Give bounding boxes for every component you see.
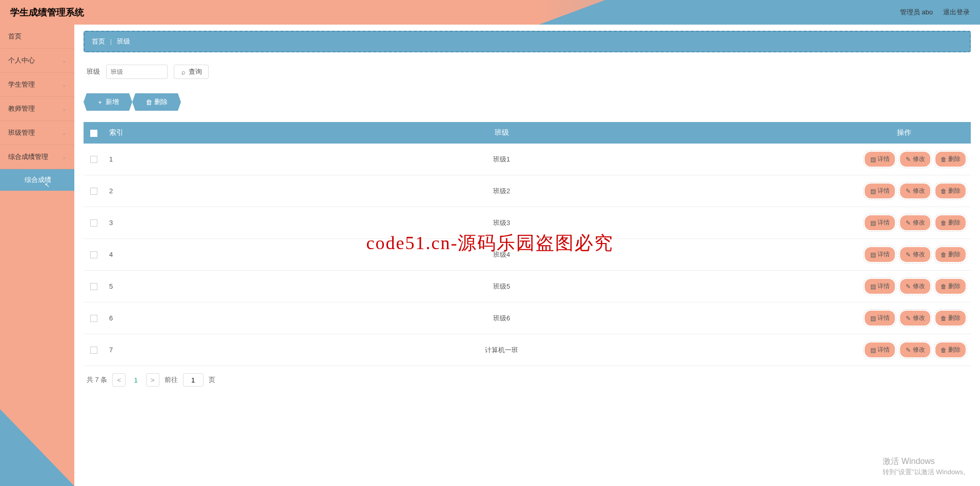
sidebar-item-score[interactable]: 综合成绩管理 ⌄ — [0, 145, 74, 169]
detail-label: 详情 — [877, 187, 890, 195]
next-page-button[interactable]: > — [146, 373, 159, 387]
select-all-checkbox[interactable] — [90, 130, 97, 137]
row-checkbox[interactable] — [90, 219, 97, 227]
breadcrumb-home[interactable]: 首页 — [92, 37, 105, 45]
col-ops: 操作 — [838, 122, 971, 144]
row-checkbox[interactable] — [90, 156, 97, 163]
trash-icon: 🗑 — [941, 219, 947, 227]
document-icon: ▤ — [870, 251, 876, 258]
row-checkbox[interactable] — [90, 188, 97, 195]
document-icon: ▤ — [870, 156, 876, 163]
edit-label: 修改 — [913, 282, 925, 291]
main-content: 首页 | 班级 班级 ⌕ 查询 + 新增 🗑 删除 — [74, 25, 980, 486]
sidebar-item-label: 首页 — [8, 32, 22, 41]
delete-label: 删除 — [948, 314, 961, 322]
sidebar-item-teacher[interactable]: 教师管理 ⌄ — [0, 97, 74, 121]
trash-icon: 🗑 — [941, 315, 947, 322]
edit-button[interactable]: ✎修改 — [900, 152, 930, 167]
sidebar-item-label: 学生管理 — [8, 80, 35, 89]
detail-label: 详情 — [877, 346, 890, 354]
edit-icon: ✎ — [905, 283, 911, 290]
data-table: 索引 班级 操作 1班级1▤详情✎修改🗑删除2班级2▤详情✎修改🗑删除3班级3▤… — [84, 122, 971, 366]
plus-icon: + — [97, 98, 103, 106]
sidebar-item-label: 班级管理 — [8, 128, 35, 137]
detail-button[interactable]: ▤详情 — [865, 247, 895, 262]
row-delete-button[interactable]: 🗑删除 — [935, 152, 966, 167]
delete-label: 删除 — [948, 218, 961, 227]
row-delete-button[interactable]: 🗑删除 — [935, 311, 966, 326]
row-checkbox[interactable] — [90, 347, 97, 354]
row-delete-button[interactable]: 🗑删除 — [935, 342, 966, 357]
app-title: 学生成绩管理系统 — [10, 6, 84, 18]
breadcrumb-separator: | — [110, 37, 112, 45]
detail-button[interactable]: ▤详情 — [865, 311, 895, 326]
table-row: 4班级4▤详情✎修改🗑删除 — [84, 239, 971, 271]
chevron-down-icon: ⌄ — [62, 82, 66, 88]
user-label[interactable]: 管理员 abo — [900, 8, 933, 17]
delete-button[interactable]: 🗑 删除 — [135, 93, 178, 111]
cell-class: 班级3 — [166, 207, 838, 239]
detail-button[interactable]: ▤详情 — [865, 215, 895, 230]
cell-index: 1 — [104, 144, 166, 175]
goto-page-input[interactable] — [183, 373, 203, 387]
search-input[interactable] — [106, 65, 168, 79]
edit-button[interactable]: ✎修改 — [900, 184, 930, 198]
logout-link[interactable]: 退出登录 — [943, 8, 970, 17]
cell-class: 班级4 — [166, 239, 838, 271]
row-checkbox[interactable] — [90, 251, 97, 258]
row-checkbox[interactable] — [90, 283, 97, 290]
sidebar-sub-score[interactable]: 综合成绩 ↖ — [0, 169, 74, 191]
edit-button[interactable]: ✎修改 — [900, 247, 930, 262]
trash-icon: 🗑 — [941, 283, 947, 290]
edit-label: 修改 — [913, 218, 925, 227]
row-delete-button[interactable]: 🗑删除 — [935, 279, 966, 294]
trash-icon: 🗑 — [941, 347, 947, 354]
edit-icon: ✎ — [905, 219, 911, 227]
sidebar-item-profile[interactable]: 个人中心 ⌄ — [0, 49, 74, 73]
edit-button[interactable]: ✎修改 — [900, 215, 930, 230]
edit-button[interactable]: ✎修改 — [900, 279, 930, 294]
search-icon: ⌕ — [180, 68, 187, 76]
detail-button[interactable]: ▤详情 — [865, 279, 895, 294]
row-checkbox[interactable] — [90, 315, 97, 322]
sidebar-item-class[interactable]: 班级管理 ⌄ — [0, 121, 74, 145]
cell-index: 5 — [104, 271, 166, 302]
detail-button[interactable]: ▤详情 — [865, 152, 895, 167]
col-index: 索引 — [104, 122, 166, 144]
chevron-down-icon: ⌄ — [62, 130, 66, 136]
toolbar: + 新增 🗑 删除 — [84, 93, 971, 111]
cursor-icon: ↖ — [45, 181, 50, 189]
prev-page-button[interactable]: < — [112, 373, 126, 387]
search-button[interactable]: ⌕ 查询 — [174, 65, 209, 79]
document-icon: ▤ — [870, 283, 876, 290]
table-row: 7计算机一班▤详情✎修改🗑删除 — [84, 334, 971, 366]
row-delete-button[interactable]: 🗑删除 — [935, 247, 966, 262]
cell-index: 6 — [104, 302, 166, 334]
pagination: 共 7 条 < 1 > 前往 页 — [84, 366, 971, 394]
table-row: 5班级5▤详情✎修改🗑删除 — [84, 271, 971, 302]
detail-button[interactable]: ▤详情 — [865, 184, 895, 198]
search-bar: 班级 ⌕ 查询 — [84, 65, 971, 79]
edit-icon: ✎ — [905, 188, 911, 195]
edit-button[interactable]: ✎修改 — [900, 342, 930, 357]
row-delete-button[interactable]: 🗑删除 — [935, 184, 966, 198]
sidebar-item-label: 综合成绩管理 — [8, 152, 48, 161]
sidebar-item-home[interactable]: 首页 — [0, 25, 74, 49]
edit-label: 修改 — [913, 155, 925, 164]
edit-icon: ✎ — [905, 315, 911, 322]
document-icon: ▤ — [870, 188, 876, 195]
table-row: 1班级1▤详情✎修改🗑删除 — [84, 144, 971, 175]
delete-label: 删除 — [948, 250, 961, 259]
goto-prefix: 前往 — [165, 375, 178, 384]
sidebar-item-student[interactable]: 学生管理 ⌄ — [0, 73, 74, 97]
edit-button[interactable]: ✎修改 — [900, 311, 930, 326]
detail-button[interactable]: ▤详情 — [865, 342, 895, 357]
cell-class: 班级5 — [166, 271, 838, 302]
cell-class: 班级2 — [166, 175, 838, 207]
page-number[interactable]: 1 — [131, 376, 140, 384]
edit-label: 修改 — [913, 314, 925, 322]
cell-index: 7 — [104, 334, 166, 366]
edit-label: 修改 — [913, 250, 925, 259]
add-button[interactable]: + 新增 — [87, 93, 129, 111]
row-delete-button[interactable]: 🗑删除 — [935, 215, 966, 230]
